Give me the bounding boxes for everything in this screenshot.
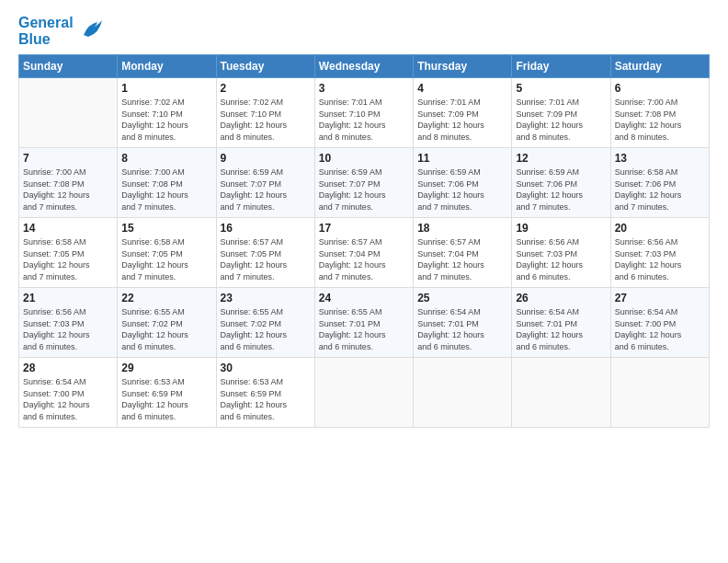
day-info: Sunrise: 6:54 AM Sunset: 7:01 PM Dayligh…	[417, 306, 507, 352]
day-number: 1	[121, 82, 211, 95]
day-number: 7	[23, 152, 113, 165]
calendar-table: SundayMondayTuesdayWednesdayThursdayFrid…	[18, 54, 710, 428]
week-row-4: 21Sunrise: 6:56 AM Sunset: 7:03 PM Dayli…	[19, 288, 710, 358]
header-thursday: Thursday	[414, 55, 512, 78]
calendar-cell: 4Sunrise: 7:01 AM Sunset: 7:09 PM Daylig…	[414, 78, 512, 148]
week-row-2: 7Sunrise: 7:00 AM Sunset: 7:08 PM Daylig…	[19, 148, 710, 218]
calendar-cell: 1Sunrise: 7:02 AM Sunset: 7:10 PM Daylig…	[118, 78, 216, 148]
day-info: Sunrise: 6:59 AM Sunset: 7:06 PM Dayligh…	[417, 167, 507, 213]
day-number: 10	[319, 152, 409, 165]
header-tuesday: Tuesday	[216, 55, 314, 78]
day-info: Sunrise: 6:59 AM Sunset: 7:06 PM Dayligh…	[516, 167, 606, 213]
page-header: General Blue	[18, 15, 710, 47]
day-number: 21	[23, 292, 113, 304]
day-info: Sunrise: 6:54 AM Sunset: 7:00 PM Dayligh…	[615, 306, 705, 352]
calendar-cell: 3Sunrise: 7:01 AM Sunset: 7:10 PM Daylig…	[314, 78, 413, 148]
day-info: Sunrise: 6:55 AM Sunset: 7:02 PM Dayligh…	[121, 306, 211, 352]
calendar-cell: 26Sunrise: 6:54 AM Sunset: 7:01 PM Dayli…	[512, 288, 610, 358]
day-info: Sunrise: 6:53 AM Sunset: 6:59 PM Dayligh…	[221, 376, 311, 422]
calendar-cell: 22Sunrise: 6:55 AM Sunset: 7:02 PM Dayli…	[118, 288, 216, 358]
calendar-cell: 5Sunrise: 7:01 AM Sunset: 7:09 PM Daylig…	[512, 78, 610, 148]
calendar-cell	[314, 358, 413, 428]
calendar-cell	[610, 358, 709, 428]
week-row-1: 1Sunrise: 7:02 AM Sunset: 7:10 PM Daylig…	[19, 78, 710, 148]
day-number: 25	[417, 292, 507, 304]
calendar-header-row: SundayMondayTuesdayWednesdayThursdayFrid…	[19, 55, 710, 78]
calendar-cell: 17Sunrise: 6:57 AM Sunset: 7:04 PM Dayli…	[314, 218, 413, 288]
calendar-cell	[414, 358, 512, 428]
calendar-cell: 6Sunrise: 7:00 AM Sunset: 7:08 PM Daylig…	[610, 78, 709, 148]
calendar-cell: 10Sunrise: 6:59 AM Sunset: 7:07 PM Dayli…	[314, 148, 413, 218]
day-number: 4	[417, 82, 507, 95]
calendar-cell: 24Sunrise: 6:55 AM Sunset: 7:01 PM Dayli…	[314, 288, 413, 358]
day-number: 5	[516, 82, 606, 95]
day-number: 30	[221, 362, 311, 374]
calendar-cell: 12Sunrise: 6:59 AM Sunset: 7:06 PM Dayli…	[512, 148, 610, 218]
day-number: 20	[615, 222, 705, 235]
day-info: Sunrise: 6:56 AM Sunset: 7:03 PM Dayligh…	[615, 236, 705, 282]
calendar-cell: 27Sunrise: 6:54 AM Sunset: 7:00 PM Dayli…	[610, 288, 709, 358]
calendar-cell: 29Sunrise: 6:53 AM Sunset: 6:59 PM Dayli…	[118, 358, 216, 428]
day-number: 27	[615, 292, 705, 304]
day-info: Sunrise: 6:59 AM Sunset: 7:07 PM Dayligh…	[319, 167, 409, 213]
day-number: 11	[417, 152, 507, 165]
day-info: Sunrise: 6:54 AM Sunset: 7:01 PM Dayligh…	[516, 306, 606, 352]
day-number: 17	[319, 222, 409, 235]
day-number: 19	[516, 222, 606, 235]
day-number: 15	[121, 222, 211, 235]
header-friday: Friday	[512, 55, 610, 78]
calendar-cell: 18Sunrise: 6:57 AM Sunset: 7:04 PM Dayli…	[414, 218, 512, 288]
calendar-cell	[19, 78, 118, 148]
day-number: 9	[221, 152, 311, 165]
day-info: Sunrise: 6:56 AM Sunset: 7:03 PM Dayligh…	[516, 236, 606, 282]
day-info: Sunrise: 7:00 AM Sunset: 7:08 PM Dayligh…	[121, 167, 211, 213]
calendar-cell: 9Sunrise: 6:59 AM Sunset: 7:07 PM Daylig…	[216, 148, 314, 218]
day-info: Sunrise: 6:58 AM Sunset: 7:05 PM Dayligh…	[23, 236, 113, 282]
calendar-cell: 8Sunrise: 7:00 AM Sunset: 7:08 PM Daylig…	[118, 148, 216, 218]
logo: General Blue	[18, 15, 107, 47]
calendar-cell: 7Sunrise: 7:00 AM Sunset: 7:08 PM Daylig…	[19, 148, 118, 218]
day-info: Sunrise: 6:55 AM Sunset: 7:02 PM Dayligh…	[221, 306, 311, 352]
week-row-5: 28Sunrise: 6:54 AM Sunset: 7:00 PM Dayli…	[19, 358, 710, 428]
day-number: 8	[121, 152, 211, 165]
day-number: 23	[221, 292, 311, 304]
calendar-cell: 16Sunrise: 6:57 AM Sunset: 7:05 PM Dayli…	[216, 218, 314, 288]
day-info: Sunrise: 6:59 AM Sunset: 7:07 PM Dayligh…	[221, 167, 311, 213]
day-number: 12	[516, 152, 606, 165]
day-info: Sunrise: 6:53 AM Sunset: 6:59 PM Dayligh…	[121, 376, 211, 422]
day-info: Sunrise: 7:00 AM Sunset: 7:08 PM Dayligh…	[23, 167, 113, 213]
calendar-cell: 28Sunrise: 6:54 AM Sunset: 7:00 PM Dayli…	[19, 358, 118, 428]
day-info: Sunrise: 7:01 AM Sunset: 7:09 PM Dayligh…	[516, 97, 606, 143]
header-saturday: Saturday	[610, 55, 709, 78]
day-info: Sunrise: 6:57 AM Sunset: 7:05 PM Dayligh…	[221, 236, 311, 282]
calendar-cell: 23Sunrise: 6:55 AM Sunset: 7:02 PM Dayli…	[216, 288, 314, 358]
day-number: 18	[417, 222, 507, 235]
day-info: Sunrise: 6:57 AM Sunset: 7:04 PM Dayligh…	[417, 236, 507, 282]
day-number: 14	[23, 222, 113, 235]
day-info: Sunrise: 6:58 AM Sunset: 7:06 PM Dayligh…	[615, 167, 705, 213]
day-number: 24	[319, 292, 409, 304]
logo-general: General	[18, 15, 74, 30]
day-number: 3	[319, 82, 409, 95]
day-number: 22	[121, 292, 211, 304]
day-number: 13	[615, 152, 705, 165]
day-info: Sunrise: 6:56 AM Sunset: 7:03 PM Dayligh…	[23, 306, 113, 352]
header-wednesday: Wednesday	[314, 55, 413, 78]
calendar-cell: 19Sunrise: 6:56 AM Sunset: 7:03 PM Dayli…	[512, 218, 610, 288]
calendar-cell: 30Sunrise: 6:53 AM Sunset: 6:59 PM Dayli…	[216, 358, 314, 428]
day-info: Sunrise: 7:01 AM Sunset: 7:10 PM Dayligh…	[319, 97, 409, 143]
day-info: Sunrise: 7:01 AM Sunset: 7:09 PM Dayligh…	[417, 97, 507, 143]
logo-line2: Blue	[18, 31, 74, 48]
calendar-cell: 21Sunrise: 6:56 AM Sunset: 7:03 PM Dayli…	[19, 288, 118, 358]
calendar-cell: 25Sunrise: 6:54 AM Sunset: 7:01 PM Dayli…	[414, 288, 512, 358]
header-monday: Monday	[118, 55, 216, 78]
day-info: Sunrise: 6:57 AM Sunset: 7:04 PM Dayligh…	[319, 236, 409, 282]
calendar-cell: 15Sunrise: 6:58 AM Sunset: 7:05 PM Dayli…	[118, 218, 216, 288]
header-sunday: Sunday	[19, 55, 118, 78]
day-info: Sunrise: 6:55 AM Sunset: 7:01 PM Dayligh…	[319, 306, 409, 352]
logo-bird-icon	[79, 15, 107, 47]
day-number: 26	[516, 292, 606, 304]
calendar-cell: 13Sunrise: 6:58 AM Sunset: 7:06 PM Dayli…	[610, 148, 709, 218]
day-number: 2	[221, 82, 311, 95]
day-info: Sunrise: 7:02 AM Sunset: 7:10 PM Dayligh…	[121, 97, 211, 143]
